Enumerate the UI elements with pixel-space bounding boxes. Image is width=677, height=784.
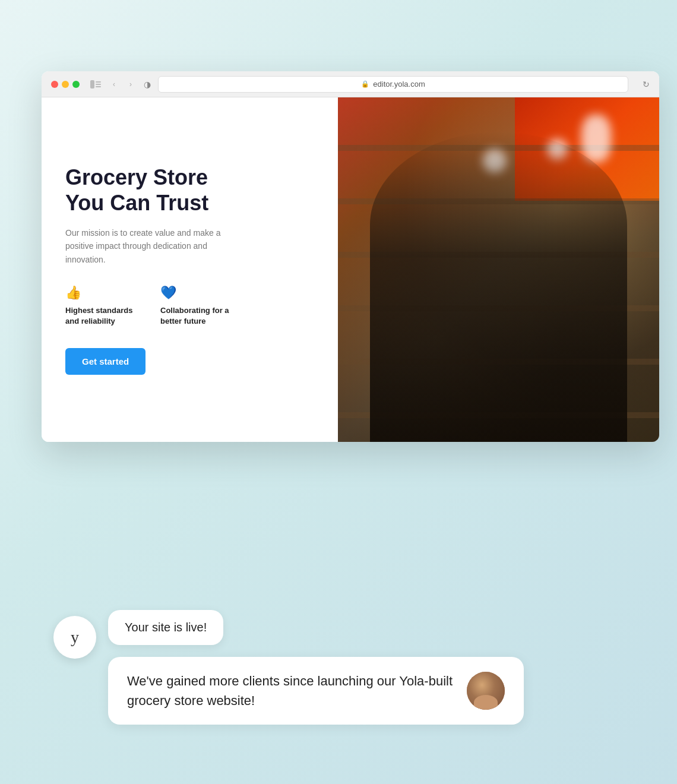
window-controls <box>51 81 80 88</box>
lock-icon: 🔒 <box>361 80 369 88</box>
svg-rect-2 <box>96 84 101 85</box>
feature-1-label: Highest standards and reliability <box>65 305 137 327</box>
browser-window: ‹ › ◑ 🔒 editor.yola.com ↻ Grocery Store … <box>42 71 659 442</box>
features-row: 👍 Highest standards and reliability 💙 Co… <box>65 285 314 327</box>
forward-arrow[interactable]: › <box>125 78 137 90</box>
svg-rect-3 <box>96 86 101 87</box>
thumbs-up-icon: 👍 <box>65 285 137 301</box>
browser-nav: ‹ › <box>108 78 137 90</box>
browser-toolbar: ‹ › ◑ 🔒 editor.yola.com ↻ <box>42 71 659 97</box>
svg-rect-1 <box>96 81 101 83</box>
reload-icon[interactable]: ↻ <box>643 80 650 89</box>
close-button[interactable] <box>51 81 58 88</box>
website-content: Grocery Store You Can Trust Our mission … <box>42 97 659 442</box>
feature-2-label: Collaborating for a better future <box>160 305 232 327</box>
site-title: Grocery Store You Can Trust <box>65 165 314 216</box>
heart-icon: 💙 <box>160 285 232 301</box>
user-avatar <box>467 672 505 710</box>
feature-2: 💙 Collaborating for a better future <box>160 285 232 327</box>
testimonial-text: We've gained more clients since launchin… <box>127 671 455 710</box>
feature-1: 👍 Highest standards and reliability <box>65 285 137 327</box>
testimonial-bubble: We've gained more clients since launchin… <box>108 657 524 725</box>
yola-logo-badge: y <box>53 616 96 659</box>
brightness-icon: ◑ <box>144 80 151 89</box>
site-live-bubble: Your site is live! <box>108 610 223 645</box>
address-bar[interactable]: 🔒 editor.yola.com <box>158 76 628 93</box>
store-light-3 <box>581 115 611 162</box>
website-hero-right <box>338 97 659 442</box>
site-description: Our mission is to create value and make … <box>65 226 232 266</box>
chat-messages: Your site is live! We've gained more cli… <box>108 610 647 725</box>
get-started-button[interactable]: Get started <box>65 348 145 375</box>
back-arrow[interactable]: ‹ <box>108 78 120 90</box>
minimize-button[interactable] <box>62 81 69 88</box>
grocery-store-image <box>338 97 659 442</box>
chat-section: y Your site is live! We've gained more c… <box>42 610 659 725</box>
sidebar-toggle-icon[interactable] <box>90 80 101 88</box>
maximize-button[interactable] <box>72 81 80 88</box>
svg-rect-0 <box>90 80 94 88</box>
woman-figure <box>370 132 627 442</box>
website-hero-left: Grocery Store You Can Trust Our mission … <box>42 97 338 442</box>
url-text: editor.yola.com <box>373 80 425 88</box>
